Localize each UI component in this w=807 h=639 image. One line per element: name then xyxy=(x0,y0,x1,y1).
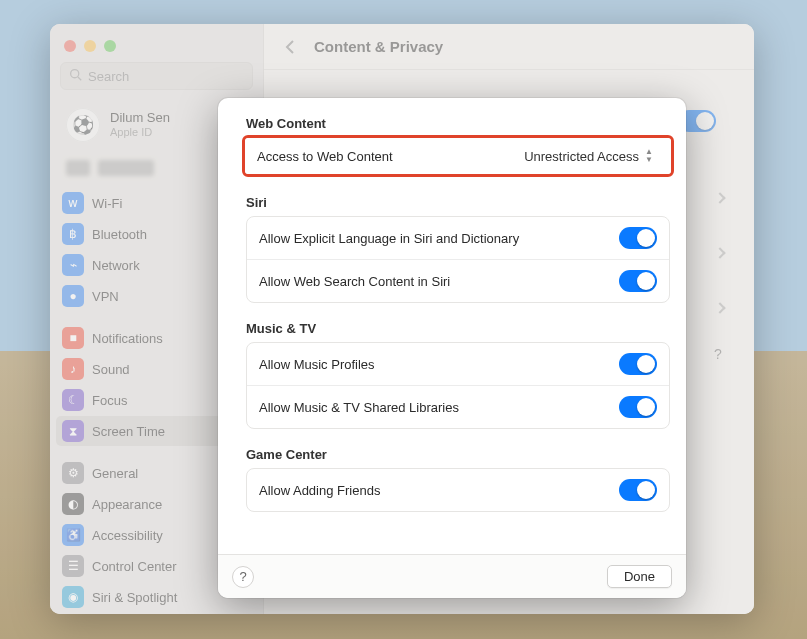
content-privacy-sheet: Web ContentAccess to Web ContentUnrestri… xyxy=(218,98,686,598)
section-title: Siri xyxy=(246,195,670,210)
setting-row[interactable]: Allow Web Search Content in Siri xyxy=(247,259,669,302)
setting-row[interactable]: Allow Adding Friends xyxy=(247,469,669,511)
setting-row[interactable]: Allow Music & TV Shared Libraries xyxy=(247,385,669,428)
setting-label: Allow Music & TV Shared Libraries xyxy=(259,400,459,415)
toggle[interactable] xyxy=(619,396,657,418)
help-button[interactable]: ? xyxy=(232,566,254,588)
section-title: Game Center xyxy=(246,447,670,462)
setting-row[interactable]: Allow Music Profiles xyxy=(247,343,669,385)
toggle[interactable] xyxy=(619,227,657,249)
setting-label: Allow Adding Friends xyxy=(259,483,380,498)
setting-label: Access to Web Content xyxy=(257,149,393,164)
setting-row[interactable]: Access to Web ContentUnrestricted Access… xyxy=(245,138,671,174)
setting-label: Allow Explicit Language in Siri and Dict… xyxy=(259,231,519,246)
done-button[interactable]: Done xyxy=(607,565,672,588)
settings-window: Search ⚽ Dilum Sen Apple ID ᴡWi-Fi฿Bluet… xyxy=(50,24,754,614)
toggle[interactable] xyxy=(619,270,657,292)
toggle[interactable] xyxy=(619,479,657,501)
setting-row[interactable]: Allow Explicit Language in Siri and Dict… xyxy=(247,217,669,259)
setting-label: Allow Web Search Content in Siri xyxy=(259,274,450,289)
select-value: Unrestricted Access xyxy=(524,149,639,164)
section-title: Music & TV xyxy=(246,321,670,336)
section-title: Web Content xyxy=(246,116,670,131)
toggle[interactable] xyxy=(619,353,657,375)
setting-label: Allow Music Profiles xyxy=(259,357,375,372)
up-down-icon: ▲▼ xyxy=(645,148,659,164)
select[interactable]: Unrestricted Access▲▼ xyxy=(524,148,659,164)
